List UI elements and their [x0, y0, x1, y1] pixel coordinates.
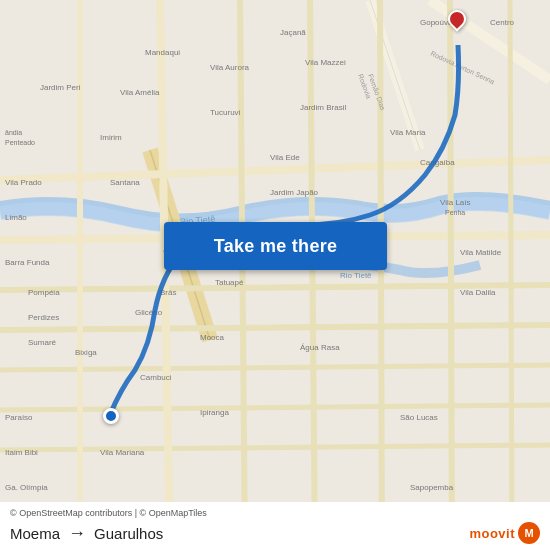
svg-line-25 [510, 0, 512, 550]
svg-text:Vila Ede: Vila Ede [270, 153, 300, 162]
svg-text:Jardim Japão: Jardim Japão [270, 188, 319, 197]
svg-text:Paraíso: Paraíso [5, 413, 33, 422]
svg-text:Mandaqui: Mandaqui [145, 48, 180, 57]
svg-text:Bixiga: Bixiga [75, 348, 97, 357]
svg-text:Mooca: Mooca [200, 333, 225, 342]
svg-text:Água Rasa: Água Rasa [300, 343, 340, 352]
svg-text:Itaim Bibi: Itaim Bibi [5, 448, 38, 457]
svg-text:Santana: Santana [110, 178, 140, 187]
take-me-there-button[interactable]: Take me there [164, 222, 387, 270]
route-info: Moema → Guarulhos moovit M [10, 522, 540, 544]
svg-text:Sapopemba: Sapopemba [410, 483, 454, 492]
svg-text:Vila Matilde: Vila Matilde [460, 248, 502, 257]
arrow-icon: → [68, 523, 86, 544]
map-background: Rio Tietê Rio Tietê Jardim Peri Mandaqui… [0, 0, 550, 550]
svg-text:Vila Laís: Vila Laís [440, 198, 471, 207]
svg-text:Jardim Brasil: Jardim Brasil [300, 103, 346, 112]
svg-text:Glicério: Glicério [135, 308, 163, 317]
svg-text:Limão: Limão [5, 213, 27, 222]
moovit-brand-text: moovit [469, 526, 515, 541]
svg-text:Cambuci: Cambuci [140, 373, 172, 382]
bottom-bar: © OpenStreetMap contributors | © OpenMap… [0, 502, 550, 550]
svg-text:Imirim: Imirim [100, 133, 122, 142]
svg-text:Tatuapé: Tatuapé [215, 278, 244, 287]
map-attribution: © OpenStreetMap contributors | © OpenMap… [10, 508, 540, 518]
origin-pin [103, 408, 119, 424]
origin-label: Moema [10, 525, 60, 542]
svg-text:Perdizes: Perdizes [28, 313, 59, 322]
svg-text:Barra Funda: Barra Funda [5, 258, 50, 267]
svg-text:Penha: Penha [445, 209, 465, 216]
moovit-logo: moovit M [469, 522, 540, 544]
svg-text:São Lucas: São Lucas [400, 413, 438, 422]
svg-text:Jaçanã: Jaçanã [280, 28, 306, 37]
svg-text:Vila Mazzei: Vila Mazzei [305, 58, 346, 67]
svg-text:Tucuruvi: Tucuruvi [210, 108, 241, 117]
moovit-brand-icon: M [518, 522, 540, 544]
svg-text:ândia: ândia [5, 129, 22, 136]
svg-text:Sumaré: Sumaré [28, 338, 57, 347]
svg-text:Vila Amélia: Vila Amélia [120, 88, 160, 97]
svg-text:Ga. Olímpia: Ga. Olímpia [5, 483, 48, 492]
svg-text:Centro: Centro [490, 18, 515, 27]
map-container: Rio Tietê Rio Tietê Jardim Peri Mandaqui… [0, 0, 550, 550]
svg-text:Vila Maria: Vila Maria [390, 128, 426, 137]
svg-line-23 [380, 0, 382, 550]
svg-text:Pompéia: Pompéia [28, 288, 60, 297]
destination-pin [448, 10, 466, 28]
svg-text:Ipiranga: Ipiranga [200, 408, 229, 417]
route-labels: Moema → Guarulhos [10, 523, 163, 544]
svg-text:Jardim Peri: Jardim Peri [40, 83, 81, 92]
svg-line-24 [450, 0, 452, 550]
svg-text:Vila Aurora: Vila Aurora [210, 63, 250, 72]
svg-text:Vila Dalila: Vila Dalila [460, 288, 496, 297]
svg-text:Rio Tietê: Rio Tietê [340, 271, 372, 280]
svg-text:Penteado: Penteado [5, 139, 35, 146]
destination-label: Guarulhos [94, 525, 163, 542]
svg-text:Vila Mariana: Vila Mariana [100, 448, 145, 457]
svg-text:Vila Prado: Vila Prado [5, 178, 42, 187]
